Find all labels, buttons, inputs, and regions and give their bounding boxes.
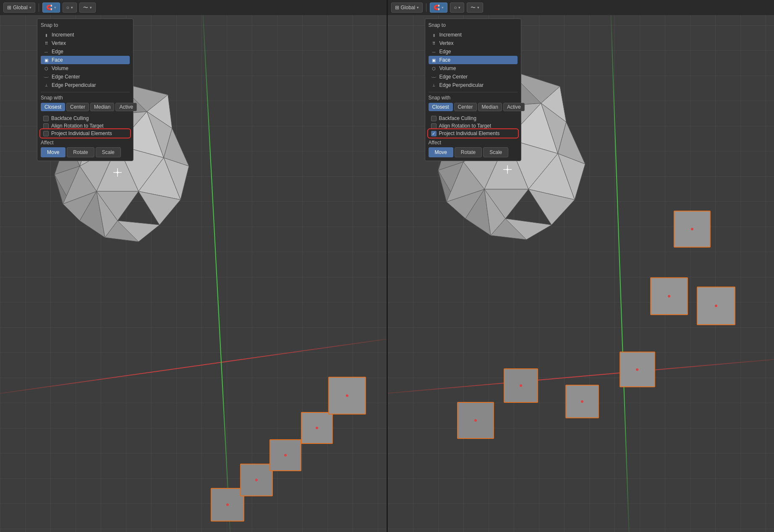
right-curve-btn[interactable]: 〜 ▾	[467, 3, 483, 13]
snap-median-btn[interactable]: Median	[90, 103, 114, 111]
curve-btn[interactable]: 〜 ▾	[79, 3, 96, 13]
right-toolbar: ⊞ Global ▾ 🧲 ▾ ○ ▾ 〜 ▾	[388, 0, 774, 15]
magnet-icon: 🧲	[46, 5, 52, 10]
chevron-icon: ▾	[29, 5, 31, 10]
backface-culling-label: Backface Culling	[51, 115, 89, 121]
right-snap-closest-btn[interactable]: Closest	[429, 103, 453, 111]
project-individual-row-left[interactable]: Project Individual Elements	[41, 130, 130, 137]
right-snap-edge[interactable]: — Edge	[429, 47, 518, 56]
snap-face-label: Face	[52, 57, 63, 63]
align-rotation-label: Align Rotation to Target	[51, 123, 104, 129]
right-snap-face[interactable]: ▣ Face	[429, 56, 518, 64]
chevron-icon: ▾	[71, 5, 73, 10]
right-snap-edge-perp[interactable]: ⊥ Edge Perpendicular	[429, 81, 518, 89]
right-snap-vertex[interactable]: ⠿ Vertex	[429, 39, 518, 47]
right-edge-icon: —	[431, 49, 437, 55]
align-rotation-checkbox	[43, 123, 49, 129]
vertex-icon: ⠿	[43, 40, 49, 46]
snap-with-title: Snap with	[41, 95, 130, 101]
right-snap-median-btn[interactable]: Median	[478, 103, 502, 111]
snap-face[interactable]: ▣ Face	[41, 56, 130, 64]
affect-move-btn-left[interactable]: Move	[41, 147, 65, 157]
project-individual-row-right[interactable]: ✓ Project Individual Elements	[429, 130, 518, 137]
snap-increment[interactable]: ||| Increment	[41, 31, 130, 39]
right-snap-to-title: Snap to	[429, 22, 518, 28]
right-snap-increment-label: Increment	[439, 32, 462, 38]
right-chevron-icon3: ▾	[458, 5, 460, 10]
right-snap-vertex-label: Vertex	[439, 40, 454, 46]
right-cube-2	[504, 368, 538, 403]
snap-vertex[interactable]: ⠿ Vertex	[41, 39, 130, 47]
snap-edge[interactable]: — Edge	[41, 47, 130, 56]
right-snap-increment[interactable]: ||| Increment	[429, 31, 518, 39]
snap-edge-label: Edge	[52, 49, 63, 55]
right-snap-with-title: Snap with	[429, 95, 518, 101]
snap-center-btn[interactable]: Center	[66, 103, 89, 111]
proportional-btn[interactable]: ○ ▾	[63, 3, 77, 13]
right-snap-edge-label: Edge	[439, 49, 451, 55]
project-individual-checkbox-left	[43, 131, 49, 136]
project-individual-label-left: Project Individual Elements	[51, 130, 112, 136]
right-cube-5	[650, 277, 688, 315]
right-affect-rotate-btn[interactable]: Rotate	[455, 147, 482, 157]
right-edge-perp-icon: ⊥	[431, 82, 437, 88]
volume-icon: ⬡	[43, 65, 49, 71]
right-snap-edge-center[interactable]: ·—· Edge Center	[429, 73, 518, 81]
snap-active-btn[interactable]: Active	[115, 103, 137, 111]
right-affect-move-btn[interactable]: Move	[429, 147, 453, 157]
project-individual-label-right: Project Individual Elements	[439, 130, 500, 136]
increment-icon: |||	[43, 32, 49, 38]
snap-btn[interactable]: 🧲 ▾	[42, 3, 60, 13]
edge-perp-icon: ⊥	[43, 82, 49, 88]
circle-icon: ○	[66, 5, 69, 10]
snap-volume[interactable]: ⬡ Volume	[41, 64, 130, 73]
right-vertex-icon: ⠿	[431, 40, 437, 46]
snap-increment-label: Increment	[52, 32, 74, 38]
right-snap-active-btn[interactable]: Active	[503, 103, 525, 111]
left-toolbar: ⊞ Global ▾ 🧲 ▾ ○ ▾ 〜 ▾	[0, 0, 387, 15]
right-snap-volume-label: Volume	[439, 65, 456, 71]
right-snap-edge-perp-label: Edge Perpendicular	[439, 82, 484, 88]
separator	[39, 3, 39, 12]
affect-buttons-left: Move Rotate Scale	[41, 147, 130, 157]
right-affect-scale-btn[interactable]: Scale	[483, 147, 508, 157]
face-icon: ▣	[43, 57, 49, 63]
edge-icon: —	[43, 49, 49, 55]
right-transform-global-btn[interactable]: ⊞ Global ▾	[391, 3, 423, 13]
right-increment-icon: |||	[431, 32, 437, 38]
affect-title-left: Affect	[41, 140, 130, 146]
right-face-icon: ▣	[431, 57, 437, 63]
edge-center-icon: ·—·	[43, 74, 49, 80]
right-align-rotation-row[interactable]: Align Rotation to Target	[429, 122, 518, 130]
backface-culling-row[interactable]: Backface Culling	[41, 115, 130, 122]
left-cube-group	[211, 362, 379, 522]
snap-panel-right: Snap to ||| Increment ⠿ Vertex — Edge ▣ …	[425, 18, 521, 161]
right-chevron-icon4: ▾	[477, 5, 479, 10]
backface-culling-checkbox	[43, 116, 49, 121]
right-proportional-btn[interactable]: ○ ▾	[450, 3, 464, 13]
align-rotation-row[interactable]: Align Rotation to Target	[41, 122, 130, 130]
right-cube-7	[697, 287, 735, 325]
right-backface-culling-row[interactable]: Backface Culling	[429, 115, 518, 122]
right-chevron-icon: ▾	[417, 5, 419, 10]
right-edge-center-icon: ·—·	[431, 74, 437, 80]
right-cube-1	[457, 402, 494, 439]
right-divider1	[429, 92, 518, 92]
transform-global-btn[interactable]: ⊞ Global ▾	[3, 3, 35, 13]
right-snap-volume[interactable]: ⬡ Volume	[429, 64, 518, 73]
snap-vertex-label: Vertex	[52, 40, 66, 46]
right-snap-center-btn[interactable]: Center	[454, 103, 477, 111]
snap-to-title: Snap to	[41, 22, 130, 28]
right-snap-btn[interactable]: 🧲 ▾	[430, 3, 447, 13]
right-snap-edge-center-label: Edge Center	[439, 74, 468, 80]
affect-scale-btn-left[interactable]: Scale	[96, 147, 121, 157]
snap-edge-perp[interactable]: ⊥ Edge Perpendicular	[41, 81, 130, 89]
right-affect-buttons: Move Rotate Scale	[429, 147, 518, 157]
affect-rotate-btn-left[interactable]: Rotate	[67, 147, 94, 157]
snap-edge-center[interactable]: ·—· Edge Center	[41, 73, 130, 81]
right-viewport[interactable]: ⊞ Global ▾ 🧲 ▾ ○ ▾ 〜 ▾ Snap to ||| Incre…	[387, 0, 774, 532]
snap-closest-btn[interactable]: Closest	[41, 103, 65, 111]
right-snap-with-buttons: Closest Center Median Active	[429, 103, 518, 111]
right-backface-culling-label: Backface Culling	[439, 115, 476, 121]
left-viewport[interactable]: ⊞ Global ▾ 🧲 ▾ ○ ▾ 〜 ▾ Snap to ||| Incre…	[0, 0, 387, 532]
